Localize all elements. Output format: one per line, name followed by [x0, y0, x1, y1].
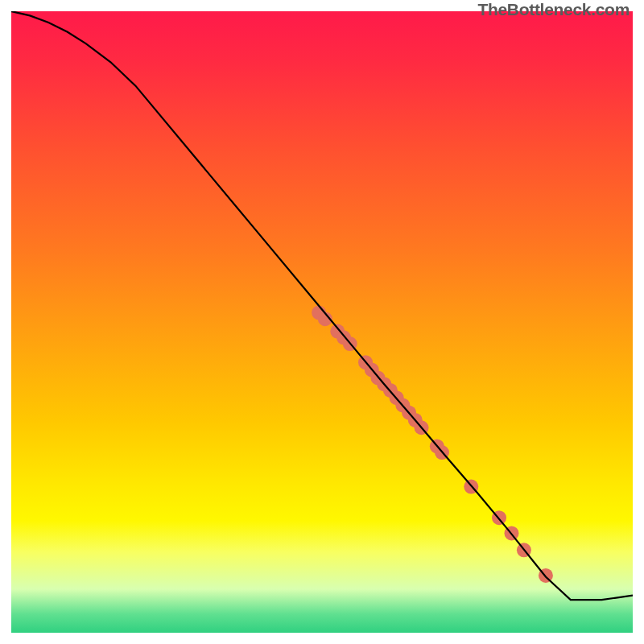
watermark-text: TheBottleneck.com — [477, 0, 630, 19]
chart-container: TheBottleneck.com — [0, 0, 644, 644]
curve-line — [11, 11, 633, 600]
chart-overlay — [11, 11, 633, 633]
plot-area — [11, 11, 633, 633]
